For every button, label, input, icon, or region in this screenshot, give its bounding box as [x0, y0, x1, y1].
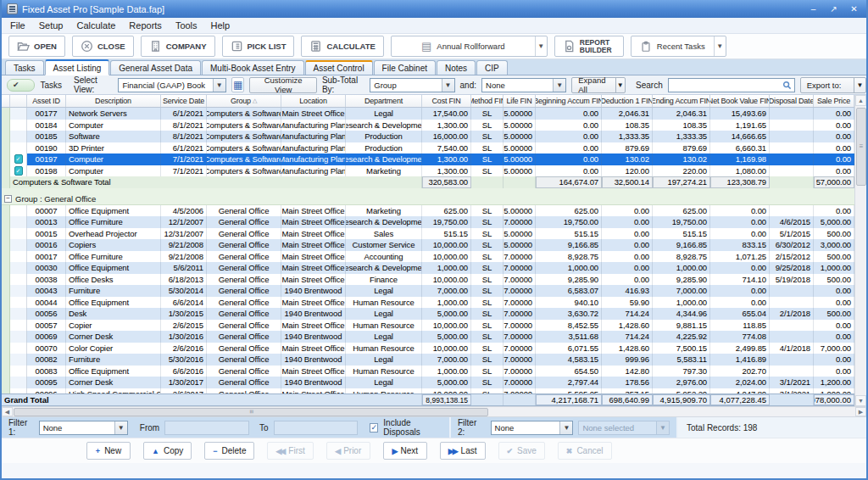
- table-row[interactable]: 00015Overhead Projector12/31/2007General…: [2, 228, 854, 240]
- subtotal-by-dropdown[interactable]: Group ▼: [370, 78, 454, 92]
- to-input[interactable]: [274, 421, 359, 435]
- report-builder-button[interactable]: REPORT BUILDER: [554, 36, 624, 57]
- column-header-location[interactable]: Location: [281, 95, 346, 107]
- include-disposals-checkbox[interactable]: ✓: [370, 423, 378, 433]
- table-row[interactable]: ✓00198Computer7/1/2021Computers & Softwa…: [2, 165, 854, 177]
- column-header-disposal-date[interactable]: Disposal Date: [770, 95, 814, 107]
- column-header-sale-price[interactable]: Sale Price: [814, 95, 854, 107]
- select-view-dropdown[interactable]: Financial (GAAP) Book ▼: [118, 78, 225, 92]
- table-row[interactable]: 00038Office Desks6/18/2013General Office…: [2, 274, 854, 286]
- scroll-left-arrow[interactable]: ◀: [2, 407, 13, 416]
- new-button[interactable]: +New: [86, 442, 131, 460]
- close-button[interactable]: CLOSE: [72, 36, 134, 57]
- from-input[interactable]: [164, 421, 249, 435]
- filter2-dropdown[interactable]: None ▼: [491, 421, 574, 435]
- table-row[interactable]: 00177Network Servers6/1/2021Computers & …: [2, 108, 854, 120]
- menu-calculate[interactable]: Calculate: [70, 18, 122, 33]
- menu-file[interactable]: File: [3, 18, 32, 33]
- minimize-button[interactable]: –: [804, 3, 822, 15]
- table-row[interactable]: 00016Copiers9/21/2008General OfficeMain …: [2, 239, 854, 251]
- menu-setup[interactable]: Setup: [32, 18, 70, 33]
- filter2-sub-dropdown[interactable]: None selected ▼: [578, 421, 670, 435]
- save-button[interactable]: ✔Save: [498, 442, 545, 460]
- and-dropdown[interactable]: None ▼: [481, 78, 566, 92]
- horizontal-scroll-thumb[interactable]: [14, 408, 488, 416]
- column-header-ending-accum-fin[interactable]: Ending Accum FIN: [653, 95, 710, 107]
- column-header-description[interactable]: Description: [66, 95, 161, 107]
- prior-button[interactable]: ◀Prior: [326, 442, 370, 460]
- scroll-up-arrow[interactable]: ▲: [855, 95, 866, 106]
- table-row[interactable]: 00057Copier2/6/2015General OfficeMain St…: [2, 320, 854, 332]
- collapse-icon[interactable]: −: [4, 195, 12, 203]
- pick-list-button[interactable]: PICK LIST: [222, 36, 295, 57]
- table-row[interactable]: 00185Software8/1/2021Computers & Softwar…: [2, 131, 854, 142]
- vertical-scroll-thumb[interactable]: [856, 108, 866, 186]
- search-input[interactable]: [669, 81, 782, 90]
- column-header-net-book-value-fin[interactable]: Net Book Value FIN: [710, 95, 770, 107]
- tab-notes[interactable]: Notes: [437, 60, 476, 75]
- column-header-deduction-1-fin[interactable]: Deduction 1 FIN: [602, 95, 653, 107]
- column-header-method-fin[interactable]: Method FIN: [471, 95, 504, 107]
- column-header-service-date[interactable]: Service Date: [161, 95, 207, 107]
- recent-tasks-dropdown[interactable]: Recent Tasks ▼: [631, 36, 726, 57]
- table-row[interactable]: 00044Office Equipment6/6/2014General Off…: [2, 297, 854, 309]
- table-row[interactable]: ✓00197Computer7/1/2021Computers & Softwa…: [2, 153, 854, 165]
- cancel-button[interactable]: ✖Cancel: [558, 442, 612, 460]
- table-row[interactable]: 001903D Printer6/1/2021Computers & Softw…: [2, 142, 854, 154]
- table-row[interactable]: 00096High Speed Commercial Sta2/6/2017Ge…: [2, 388, 854, 394]
- tab-general-asset-data[interactable]: General Asset Data: [110, 60, 201, 75]
- tab-file-cabinet[interactable]: File Cabinet: [374, 60, 436, 75]
- close-button[interactable]: ✕: [845, 3, 863, 15]
- scroll-right-arrow[interactable]: ▶: [855, 407, 866, 416]
- search-icon[interactable]: [782, 81, 792, 90]
- tasks-label: Tasks: [40, 81, 62, 90]
- first-button[interactable]: ◀◀First: [267, 442, 313, 460]
- table-row[interactable]: 00070Color Copier2/6/2016General OfficeM…: [2, 343, 854, 354]
- table-row[interactable]: 00013Office Furniture12/1/2007General Of…: [2, 216, 854, 228]
- task-rollforward-dropdown[interactable]: ▤ Annual Rollforward ▼: [391, 36, 548, 57]
- table-row[interactable]: 00082Furniture5/30/2016General Office194…: [2, 354, 854, 366]
- table-row[interactable]: 00043Furniture5/30/2014General Office194…: [2, 285, 854, 297]
- tasks-toggle-button[interactable]: ✔: [7, 79, 35, 92]
- table-row[interactable]: 00069Corner Desk1/30/2016General Office1…: [2, 331, 854, 343]
- restore-button[interactable]: ↗: [825, 3, 843, 15]
- table-row[interactable]: 00017Office Furniture9/21/2008General Of…: [2, 251, 854, 263]
- menu-reports[interactable]: Reports: [122, 18, 169, 33]
- table-row[interactable]: 00095Corner Desk1/30/2017General Office1…: [2, 377, 854, 388]
- tab-asset-control[interactable]: Asset Control: [305, 60, 373, 75]
- window-controls: –↗✕: [804, 3, 863, 15]
- export-to-dropdown[interactable]: Export to: ▼: [800, 77, 866, 93]
- tab-tasks[interactable]: Tasks: [5, 60, 44, 75]
- horizontal-scrollbar[interactable]: ◀ ▶: [2, 406, 866, 417]
- group-header-row[interactable]: −Group : General Office: [2, 188, 854, 205]
- column-header-beginning-accum-fin[interactable]: Beginning Accum FIN: [536, 95, 602, 107]
- tab-asset-listing[interactable]: Asset Listing: [45, 59, 110, 75]
- table-row[interactable]: 00007Office Equipment4/5/2006General Off…: [2, 205, 854, 217]
- column-header-group[interactable]: Group△: [207, 95, 281, 107]
- column-header-department[interactable]: Department: [346, 95, 422, 107]
- column-header-asset-id[interactable]: Asset ID: [27, 95, 66, 107]
- open-button[interactable]: OPEN: [8, 36, 65, 57]
- table-row[interactable]: 00030Office Equipment5/6/2011General Off…: [2, 262, 854, 274]
- company-button[interactable]: COMPANY: [141, 36, 215, 57]
- customize-view-button[interactable]: Customize View: [249, 77, 317, 93]
- table-row[interactable]: 00056Desk1/30/2015General Office1940 Bre…: [2, 308, 854, 320]
- delete-button[interactable]: −Delete: [204, 442, 254, 460]
- tab-cip[interactable]: CIP: [476, 60, 508, 75]
- calculate-button[interactable]: CALCULATE: [301, 36, 383, 57]
- scroll-down-arrow[interactable]: ▼: [855, 395, 866, 406]
- table-row[interactable]: 00083Office Equipment6/6/2016General Off…: [2, 366, 854, 377]
- vertical-scrollbar[interactable]: ▲ ▼: [854, 95, 866, 406]
- column-header-cost-fin[interactable]: Cost FIN: [422, 95, 471, 107]
- last-button[interactable]: ▶▶Last: [440, 442, 486, 460]
- filter1-dropdown[interactable]: None ▼: [39, 421, 128, 435]
- copy-button[interactable]: ▲Copy: [143, 442, 192, 460]
- table-row[interactable]: 00184Computer8/1/2021Computers & Softwar…: [2, 120, 854, 131]
- expand-all-button[interactable]: Expand All ▼: [571, 77, 626, 93]
- menu-help[interactable]: Help: [204, 18, 237, 33]
- tab-multi-book-asset-entry[interactable]: Multi-Book Asset Entry: [202, 60, 304, 75]
- view-editor-button[interactable]: ▦: [231, 77, 245, 92]
- menu-tools[interactable]: Tools: [169, 18, 204, 33]
- next-button[interactable]: ▶Next: [383, 442, 427, 460]
- column-header-life-fin[interactable]: Life FIN: [504, 95, 536, 107]
